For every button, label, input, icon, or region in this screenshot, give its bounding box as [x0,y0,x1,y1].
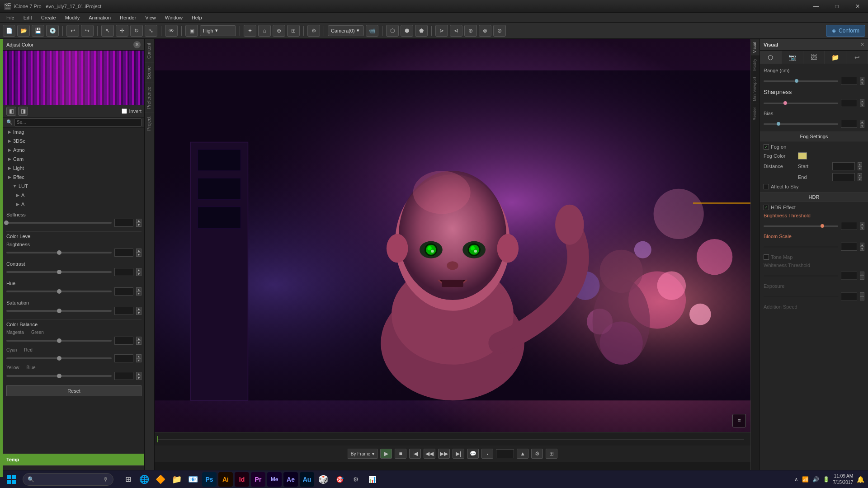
contrast-down[interactable]: ▼ [136,272,142,276]
sharpness-value[interactable]: 29 [841,99,857,107]
scrubber-handle[interactable] [157,436,158,442]
hdr-effect-label[interactable]: HDR Effect [764,205,796,210]
menu-file[interactable]: File [2,14,19,21]
softness-down[interactable]: ▼ [136,223,142,227]
bs-up[interactable]: ▲ [860,243,864,247]
rs-tab-render[interactable]: Render [751,104,760,123]
timeline-scrubber[interactable] [157,439,744,440]
target-button[interactable]: ⊕ [273,25,285,37]
task-pr[interactable]: Pr [251,472,265,487]
task-id[interactable]: Id [235,472,249,487]
task-folder[interactable]: 📁 [170,472,184,487]
yb-up[interactable]: ▲ [136,372,142,376]
contrast-value[interactable]: 0 [114,268,133,276]
brightness-value[interactable]: 0 [114,249,133,257]
side-tab-preference[interactable]: Preference [145,83,154,113]
conform-button[interactable]: ◈ Conform [826,25,865,37]
tree-item-3dsc[interactable]: ▶ 3DSc [6,136,144,145]
menu-create[interactable]: Create [37,14,61,21]
sun-button[interactable]: ✦ [244,25,256,37]
tool5-btn[interactable]: ⊲ [450,25,462,37]
saturation-down[interactable]: ▼ [136,311,142,315]
range-slider[interactable] [764,80,838,82]
save-as-button[interactable]: 💿 [46,25,59,37]
fog-on-checkbox[interactable] [764,144,769,150]
task-ps[interactable]: Ps [202,472,217,487]
volume-icon[interactable]: 🔊 [812,476,819,483]
undo-button[interactable]: ↩ [66,25,79,37]
eye-button[interactable]: 👁 [165,25,178,37]
start-button[interactable] [4,471,20,488]
tool1-btn[interactable]: ⬡ [386,25,399,37]
tree-item-atmo[interactable]: ▶ Atmo [6,145,144,155]
visual-close[interactable]: ✕ [860,42,864,47]
menu-window[interactable]: Window [160,14,187,21]
tool4-btn[interactable]: ⊳ [435,25,448,37]
hue-down[interactable]: ▼ [136,291,142,296]
hue-up[interactable]: ▲ [136,287,142,291]
adjust-color-close[interactable]: ✕ [133,41,141,48]
fog-color-swatch[interactable] [798,152,807,160]
viewport-scene[interactable]: ≡ [155,39,750,432]
saturation-thumb[interactable] [57,309,61,313]
bt-thumb[interactable] [821,224,824,228]
contrast-up[interactable]: ▲ [136,268,142,272]
brightness-up[interactable]: ▲ [136,249,142,253]
grid-button[interactable]: ⊞ [287,25,300,37]
softness-value[interactable]: 0.0 [114,219,133,227]
bs-value[interactable]: 22 [841,243,857,251]
tab-camera[interactable]: 📷 [782,51,803,64]
close-button[interactable]: ✕ [847,0,868,13]
reset-button[interactable]: Reset [6,385,142,396]
next-frame-button[interactable]: ▶▶ [438,449,450,459]
new-button[interactable]: 📄 [3,25,15,37]
contrast-thumb[interactable] [57,270,61,274]
range-up[interactable]: ▲ [860,77,864,81]
menu-animation[interactable]: Animation [84,14,115,21]
range-thumb[interactable] [795,79,798,83]
select-button[interactable]: ↖ [101,25,114,37]
yb-value[interactable]: 0 [114,372,133,380]
tool3-btn[interactable]: ⬟ [415,25,428,37]
side-tab-project[interactable]: Project [145,113,154,134]
tree-item-a1[interactable]: ▶ A [6,191,144,200]
tree-item-a2[interactable]: ▶ A [6,200,144,209]
open-button[interactable]: 📂 [17,25,30,37]
range-down[interactable]: ▼ [860,81,864,85]
play-button[interactable]: ▶ [380,449,392,459]
quality-dropdown[interactable]: High ▾ [200,25,236,36]
sharpness-up[interactable]: ▲ [860,99,864,103]
end-down[interactable]: ▼ [858,177,862,181]
bs-slider[interactable] [764,246,838,248]
saturation-value[interactable]: 0 [114,307,133,315]
camera-dropdown[interactable]: Camera(0) ▾ [328,25,364,36]
saturation-up[interactable]: ▲ [136,307,142,311]
tab-history[interactable]: ↩ [846,51,868,64]
rs-tab-modify[interactable]: Modify [751,56,760,74]
softness-up[interactable]: ▲ [136,219,142,223]
tool7-btn[interactable]: ⊗ [479,25,491,37]
mg-down[interactable]: ▼ [136,341,142,345]
sharpness-down[interactable]: ▼ [860,103,864,107]
bias-slider[interactable] [764,123,838,125]
tool8-btn[interactable]: ⊘ [493,25,506,37]
contrast-slider[interactable] [6,271,112,273]
softness-thumb[interactable] [4,221,9,225]
cr-down[interactable]: ▼ [136,358,142,362]
range-value[interactable]: 44 [841,77,857,85]
saturation-slider[interactable] [6,310,112,312]
mg-slider[interactable] [6,340,112,342]
mg-up[interactable]: ▲ [136,337,142,341]
home-button[interactable]: ⌂ [258,25,271,37]
tool6-btn[interactable]: ⊕ [464,25,477,37]
softness-slider[interactable] [6,222,112,224]
task-orange[interactable]: 🔶 [153,472,168,487]
bias-thumb[interactable] [777,122,780,126]
affect-sky-checkbox[interactable] [764,184,769,189]
task-view-btn[interactable]: ⊞ [121,472,135,487]
bs-down[interactable]: ▼ [860,247,864,251]
hue-value[interactable]: 0 [114,287,133,296]
network-icon[interactable]: 📶 [802,476,809,483]
yb-down[interactable]: ▼ [136,376,142,380]
minimize-button[interactable]: — [806,0,826,13]
